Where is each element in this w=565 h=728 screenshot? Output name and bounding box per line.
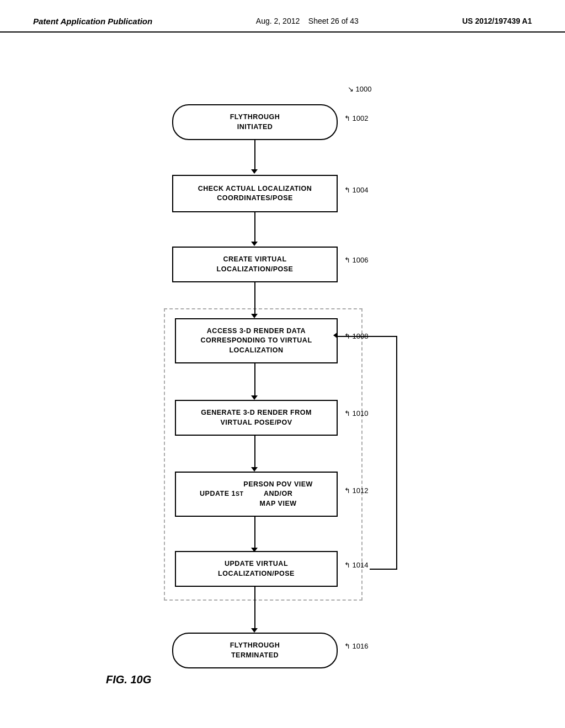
ref-1002: ↰ 1002 <box>344 114 369 122</box>
arrow-1004-1006 <box>254 212 255 244</box>
box-1014: UPDATE VIRTUALLOCALIZATION/POSE <box>175 551 338 587</box>
patent-number: US 2012/197439 A1 <box>462 17 532 25</box>
box-1016: FLYTHROUGHTERMINATED <box>172 633 338 668</box>
loop-arrowhead <box>333 332 338 339</box>
sheet-info: Sheet 26 of 43 <box>308 17 359 25</box>
box-1006: CREATE VIRTUALLOCALIZATION/POSE <box>172 247 338 282</box>
ref-1010: ↰ 1010 <box>344 409 369 417</box>
diagram-container: ↘ 1000 FLYTHROUGHINITIATED ↰ 1002 CHECK … <box>0 44 565 700</box>
ref-1004: ↰ 1004 <box>344 186 369 194</box>
box-1012: UPDATE 1ST PERSON POV VIEWAND/ORMAP VIEW <box>175 472 338 517</box>
arrowhead-1008-1010 <box>251 395 258 400</box>
ref-1006: ↰ 1006 <box>344 256 369 264</box>
arrow-1012-1014 <box>254 517 255 550</box>
loop-right-horiz-top <box>337 336 397 337</box>
figure-label: FIG. 10G <box>106 673 151 686</box>
ref-1014: ↰ 1014 <box>344 561 369 569</box>
publication-title: Patent Application Publication <box>33 17 152 26</box>
page: Patent Application Publication Aug. 2, 2… <box>0 0 565 728</box>
ref-1016: ↰ 1016 <box>344 642 369 650</box>
arrowhead-1002-1004 <box>251 169 258 174</box>
ref-1012: ↰ 1012 <box>344 486 369 495</box>
flowchart-diagram: ↘ 1000 FLYTHROUGHINITIATED ↰ 1002 CHECK … <box>89 55 476 689</box>
arrowhead-1006-1008 <box>251 314 258 318</box>
arrowhead-1004-1006 <box>251 242 258 246</box>
arrow-1014-1016 <box>254 587 255 631</box>
arrowhead-1010-1012 <box>251 467 258 472</box>
arrow-1006-1008 <box>254 282 255 317</box>
arrowhead-1014-1016 <box>251 628 258 633</box>
arrow-1002-1004 <box>254 140 255 172</box>
box-1008: ACCESS 3-D RENDER DATACORRESPONDING TO V… <box>175 318 338 363</box>
loop-right-vert <box>396 336 397 570</box>
box-1002: FLYTHROUGHINITIATED <box>172 104 338 140</box>
header-center: Aug. 2, 2012 Sheet 26 of 43 <box>256 17 359 25</box>
publication-date: Aug. 2, 2012 <box>256 17 300 25</box>
header: Patent Application Publication Aug. 2, 2… <box>0 0 565 33</box>
arrow-1010-1012 <box>254 436 255 470</box>
box-1004: CHECK ACTUAL LOCALIZATIONCOORDINATES/POS… <box>172 175 338 212</box>
top-ref-arrow: ↘ 1000 <box>348 85 372 93</box>
loop-right-horiz-bottom <box>370 569 397 570</box>
box-1010: GENERATE 3-D RENDER FROMVIRTUAL POSE/POV <box>175 400 338 436</box>
arrow-1008-1010 <box>254 363 255 398</box>
